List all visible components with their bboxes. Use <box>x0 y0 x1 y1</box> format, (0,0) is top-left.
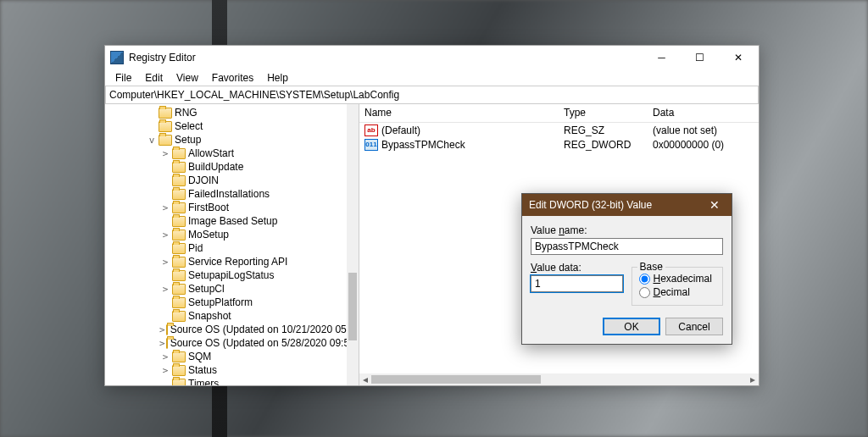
titlebar[interactable]: Registry Editor ─ ☐ ✕ <box>105 46 759 69</box>
dword-value-icon: 011 <box>364 139 378 151</box>
radio-dec-input[interactable] <box>639 287 650 298</box>
folder-icon <box>172 189 186 200</box>
maximize-button[interactable]: ☐ <box>681 46 719 69</box>
tree-node-label: DJOIN <box>188 174 219 186</box>
tree-node-label: SetupCl <box>188 283 225 295</box>
header-name[interactable]: Name <box>359 104 559 122</box>
edit-dword-dialog: Edit DWORD (32-bit) Value ✕ Value name: … <box>521 193 732 345</box>
menu-view[interactable]: View <box>170 70 205 86</box>
expand-icon[interactable]: > <box>159 365 171 376</box>
minimize-button[interactable]: ─ <box>643 46 681 69</box>
address-text: Computer\HKEY_LOCAL_MACHINE\SYSTEM\Setup… <box>109 89 399 101</box>
tree-node-label: SetupPlatform <box>188 296 253 308</box>
value-data-input[interactable] <box>531 275 623 292</box>
tree-node[interactable]: Pid <box>105 241 347 255</box>
tree-pane: RNGSelectvSetup>AllowStartBuildUpdateDJO… <box>105 104 359 385</box>
string-value-icon: ab <box>364 124 378 136</box>
tree-node[interactable]: Image Based Setup <box>105 214 347 228</box>
menu-favorites[interactable]: Favorites <box>205 70 260 86</box>
tree-node-label: MoSetup <box>188 229 229 241</box>
header-type[interactable]: Type <box>559 104 648 122</box>
scroll-right-icon[interactable]: ▸ <box>747 373 759 385</box>
tree-node-label: Image Based Setup <box>188 215 277 227</box>
tree-node[interactable]: DJOIN <box>105 174 347 187</box>
tree-node[interactable]: >MoSetup <box>105 228 347 241</box>
folder-icon <box>172 379 186 386</box>
tree-node-label: AllowStart <box>188 147 234 159</box>
menubar: File Edit View Favorites Help <box>105 69 759 86</box>
menu-help[interactable]: Help <box>260 70 295 86</box>
value-data: (value not set) <box>648 124 759 136</box>
folder-icon <box>159 108 172 119</box>
values-hscroll[interactable]: ◂ ▸ <box>359 373 759 385</box>
folder-icon <box>166 338 168 349</box>
tree-scrollbar-thumb[interactable] <box>348 273 357 340</box>
tree-node[interactable]: SetupapiLogStatus <box>105 268 347 282</box>
value-name-input[interactable] <box>531 238 723 255</box>
tree-node[interactable]: >AllowStart <box>105 147 347 160</box>
expand-icon[interactable]: > <box>159 230 171 241</box>
folder-icon <box>172 148 186 159</box>
folder-icon <box>172 257 186 268</box>
radio-hexadecimal[interactable]: Hexadecimal <box>639 273 716 285</box>
value-data-label: Value data: <box>531 262 623 274</box>
tree-node[interactable]: BuildUpdate <box>105 160 347 174</box>
dialog-titlebar[interactable]: Edit DWORD (32-bit) Value ✕ <box>522 194 732 216</box>
tree-node-label: Setup <box>175 134 201 146</box>
tree-node-label: Source OS (Updated on 10/21/2020 05:54:5… <box>170 324 347 335</box>
address-bar[interactable]: Computer\HKEY_LOCAL_MACHINE\SYSTEM\Setup… <box>105 86 759 104</box>
folder-icon <box>172 162 186 173</box>
header-data[interactable]: Data <box>648 104 759 122</box>
tree-node-label: Snapshot <box>188 310 231 322</box>
tree-node[interactable]: >Status <box>105 363 347 377</box>
expand-icon[interactable]: > <box>159 284 171 295</box>
tree-node-label: Timers <box>188 378 219 385</box>
expand-icon[interactable]: > <box>159 351 171 362</box>
tree-node-label: BuildUpdate <box>188 161 243 173</box>
tree-node[interactable]: >Service Reporting API <box>105 255 347 268</box>
tree-node[interactable]: >SQM <box>105 350 347 363</box>
expand-icon[interactable]: > <box>159 338 165 349</box>
folder-icon <box>172 270 186 281</box>
tree-node[interactable]: Snapshot <box>105 309 347 323</box>
tree-node[interactable]: >FirstBoot <box>105 201 347 214</box>
value-type: REG_DWORD <box>559 139 648 151</box>
window-title: Registry Editor <box>129 52 643 64</box>
tree-node[interactable]: vSetup <box>105 133 347 147</box>
values-hscroll-thumb[interactable] <box>371 375 541 384</box>
expand-icon[interactable]: v <box>146 135 158 146</box>
folder-icon <box>172 243 186 254</box>
tree-node[interactable]: SetupPlatform <box>105 296 347 309</box>
radio-decimal[interactable]: Decimal <box>639 286 716 298</box>
folder-icon <box>159 121 172 132</box>
expand-icon[interactable]: > <box>159 257 171 268</box>
value-row[interactable]: 011BypassTPMCheckREG_DWORD0x00000000 (0) <box>359 137 759 152</box>
folder-icon <box>172 175 186 186</box>
expand-icon[interactable]: > <box>159 148 171 159</box>
tree-node[interactable]: >Source OS (Updated on 5/28/2020 09:50:1… <box>105 336 347 350</box>
expand-icon[interactable]: > <box>159 202 171 213</box>
tree-node[interactable]: RNG <box>105 106 347 119</box>
dialog-close-button[interactable]: ✕ <box>698 194 732 216</box>
tree-node-label: RNG <box>175 107 198 119</box>
tree-node[interactable]: FailedInstallations <box>105 187 347 201</box>
tree-node-label: SQM <box>188 351 211 362</box>
tree-node[interactable]: Select <box>105 119 347 133</box>
radio-hex-input[interactable] <box>639 274 650 285</box>
menu-edit[interactable]: Edit <box>138 70 170 86</box>
ok-button[interactable]: OK <box>603 318 660 335</box>
menu-file[interactable]: File <box>108 70 138 86</box>
tree-scrollbar[interactable] <box>347 104 359 385</box>
regedit-icon <box>110 51 124 64</box>
close-button[interactable]: ✕ <box>719 46 757 69</box>
value-row[interactable]: ab(Default)REG_SZ(value not set) <box>359 123 759 137</box>
expand-icon[interactable]: > <box>159 324 165 335</box>
value-type: REG_SZ <box>559 124 648 136</box>
scroll-left-icon[interactable]: ◂ <box>359 373 371 385</box>
tree-node[interactable]: >SetupCl <box>105 282 347 296</box>
folder-icon <box>172 365 186 376</box>
tree-node[interactable]: >Source OS (Updated on 10/21/2020 05:54:… <box>105 323 347 336</box>
cancel-button[interactable]: Cancel <box>665 318 723 335</box>
tree-node[interactable]: Timers <box>105 377 347 385</box>
value-name: (Default) <box>381 124 420 136</box>
